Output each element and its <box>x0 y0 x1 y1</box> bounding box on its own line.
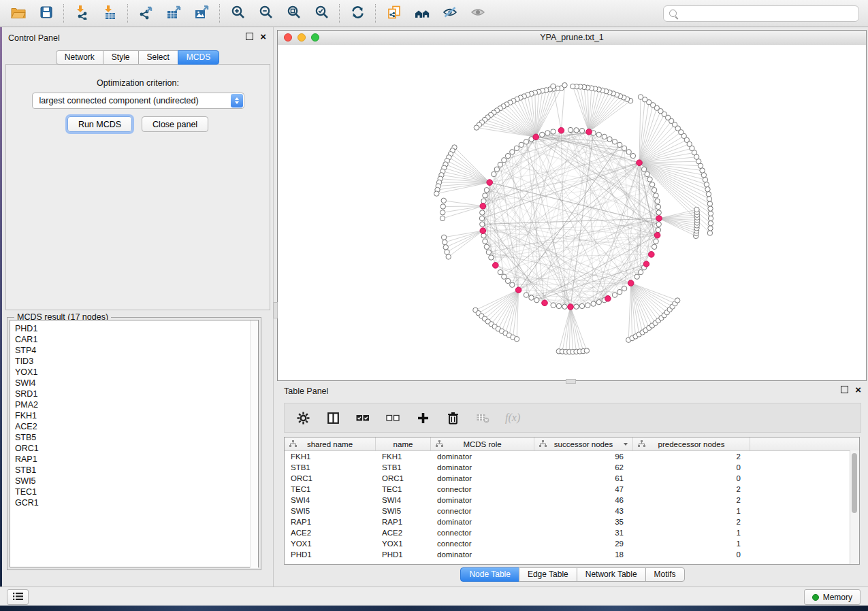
network-node[interactable] <box>584 348 589 353</box>
network-node[interactable] <box>585 303 590 308</box>
mcds-result-item[interactable]: YOX1 <box>10 367 258 378</box>
export-image-button[interactable] <box>188 2 216 25</box>
network-node[interactable] <box>656 227 660 232</box>
export-network-button[interactable] <box>132 2 160 25</box>
tab-node-table[interactable]: Node Table <box>460 567 519 582</box>
network-node[interactable] <box>656 222 661 227</box>
network-node[interactable] <box>705 187 710 192</box>
first-neighbors-button[interactable] <box>408 2 436 25</box>
network-hub-node[interactable] <box>542 300 548 306</box>
optimization-criterion-select[interactable]: largest connected component (undirected) <box>32 93 244 109</box>
show-panel-list-button[interactable] <box>7 589 29 605</box>
network-node[interactable] <box>652 244 656 249</box>
network-node[interactable] <box>446 254 451 259</box>
network-node[interactable] <box>708 211 713 216</box>
network-node[interactable] <box>480 222 485 227</box>
network-hub-node[interactable] <box>654 233 660 239</box>
vertical-splitter-handle[interactable] <box>273 302 278 318</box>
table-row[interactable]: FKH1FKH1dominator962 <box>285 451 859 462</box>
network-node[interactable] <box>612 139 617 144</box>
network-node[interactable] <box>510 282 515 287</box>
table-row[interactable]: ORC1ORC1dominator610 <box>285 473 859 484</box>
table-row[interactable]: SWI5SWI5connector431 <box>285 506 859 516</box>
network-node[interactable] <box>481 233 486 238</box>
tab-network-table[interactable]: Network Table <box>577 567 646 582</box>
network-node[interactable] <box>524 139 528 144</box>
column-header-name[interactable]: name <box>376 437 431 450</box>
deselect-all-rows-button[interactable] <box>385 410 400 425</box>
network-node[interactable] <box>638 95 643 99</box>
delete-table-button[interactable] <box>475 410 490 425</box>
network-hub-node[interactable] <box>656 216 662 222</box>
network-node[interactable] <box>574 128 579 133</box>
network-node[interactable] <box>634 274 639 279</box>
table-row[interactable]: TEC1TEC1connector472 <box>285 484 859 495</box>
network-node[interactable] <box>494 167 499 171</box>
hide-selected-button[interactable] <box>436 2 464 25</box>
show-columns-button[interactable] <box>325 410 340 425</box>
network-node[interactable] <box>484 188 489 193</box>
mcds-result-item[interactable]: TID3 <box>10 356 258 367</box>
network-node[interactable] <box>443 240 447 244</box>
network-node[interactable] <box>707 201 712 206</box>
network-hub-node[interactable] <box>480 228 486 234</box>
column-header-MCDS-role[interactable]: MCDS role <box>431 437 534 450</box>
export-table-button[interactable] <box>160 2 188 25</box>
network-node[interactable] <box>545 131 550 135</box>
network-node[interactable] <box>556 303 561 308</box>
network-node[interactable] <box>484 244 489 249</box>
mcds-result-item[interactable]: ORC1 <box>10 443 258 454</box>
tab-edge-table[interactable]: Edge Table <box>519 567 577 582</box>
tab-select[interactable]: Select <box>138 50 178 65</box>
float-panel-icon[interactable] <box>246 33 253 40</box>
network-node[interactable] <box>617 142 622 147</box>
network-node[interactable] <box>492 171 496 176</box>
network-hub-node[interactable] <box>628 280 634 286</box>
network-node[interactable] <box>562 83 567 88</box>
mcds-result-list[interactable]: PHD1CAR1STP4TID3YOX1SWI4SRD1PMA2FKH1ACE2… <box>10 320 259 567</box>
table-row[interactable]: STB1STB1dominator620 <box>285 462 859 473</box>
mcds-result-item[interactable]: PHD1 <box>10 323 258 334</box>
network-node[interactable] <box>551 303 556 308</box>
zoom-fit-button[interactable] <box>280 2 308 25</box>
select-all-rows-button[interactable] <box>355 410 370 425</box>
table-scrollbar[interactable] <box>850 450 859 564</box>
network-node[interactable] <box>707 231 712 235</box>
save-session-button[interactable] <box>32 2 60 25</box>
network-window-titlebar[interactable]: YPA_prune.txt_1 <box>278 31 866 46</box>
mcds-result-item[interactable]: STP4 <box>10 345 258 356</box>
horizontal-splitter-handle[interactable] <box>566 379 576 384</box>
tab-network[interactable]: Network <box>56 50 103 65</box>
network-node[interactable] <box>596 132 601 137</box>
list-scrollbar[interactable] <box>250 320 258 568</box>
network-node[interactable] <box>551 129 556 134</box>
network-hub-node[interactable] <box>480 203 486 210</box>
network-node[interactable] <box>622 146 626 150</box>
network-node[interactable] <box>441 235 446 240</box>
network-node[interactable] <box>510 150 515 154</box>
column-header-shared-name[interactable]: shared name <box>285 437 376 450</box>
network-node[interactable] <box>440 204 445 209</box>
memory-button[interactable]: Memory <box>804 589 861 605</box>
network-hub-node[interactable] <box>649 252 655 258</box>
network-node[interactable] <box>703 178 707 182</box>
table-options-button[interactable] <box>295 410 310 425</box>
table-row[interactable]: PHD1PHD1dominator180 <box>285 549 859 560</box>
table-row[interactable]: ACE2ACE2connector311 <box>285 527 859 538</box>
network-node[interactable] <box>656 210 661 215</box>
network-node[interactable] <box>570 84 575 88</box>
network-hub-node[interactable] <box>487 180 493 186</box>
mcds-result-item[interactable]: CAR1 <box>10 334 258 345</box>
network-hub-node[interactable] <box>637 160 643 166</box>
network-hub-node[interactable] <box>586 129 592 135</box>
delete-columns-button[interactable] <box>445 410 460 425</box>
clone-network-button[interactable] <box>380 2 408 25</box>
minimize-window-icon[interactable] <box>298 33 306 42</box>
close-window-icon[interactable] <box>284 33 292 42</box>
network-node[interactable] <box>654 239 658 244</box>
network-node[interactable] <box>612 293 617 297</box>
network-node[interactable] <box>701 173 706 178</box>
run-mcds-button[interactable]: Run MCDS <box>67 116 132 132</box>
network-hub-node[interactable] <box>533 134 539 140</box>
tab-mcds[interactable]: MCDS <box>178 50 219 65</box>
